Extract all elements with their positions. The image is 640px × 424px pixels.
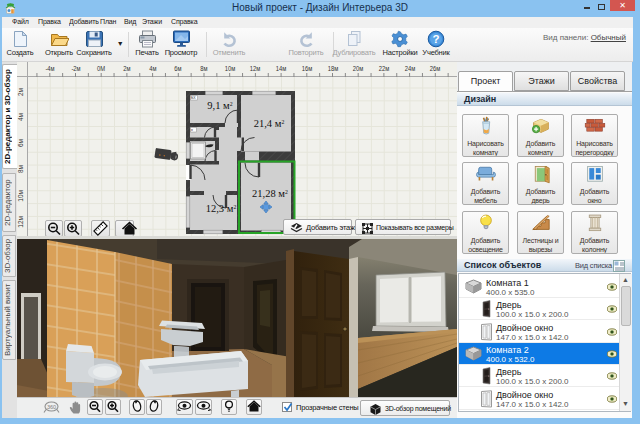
- svg-text:БХ: БХ: [191, 96, 196, 100]
- svg-text:9,1 м2: 9,1 м2: [207, 100, 232, 111]
- svg-text:?: ?: [433, 33, 440, 45]
- svg-text:21,28 м2: 21,28 м2: [252, 188, 288, 199]
- svg-text:в: в: [191, 128, 193, 132]
- svg-text:21,4 м2: 21,4 м2: [254, 118, 285, 129]
- svg-text:360: 360: [47, 404, 56, 410]
- svg-text:12,3 м2: 12,3 м2: [206, 203, 237, 214]
